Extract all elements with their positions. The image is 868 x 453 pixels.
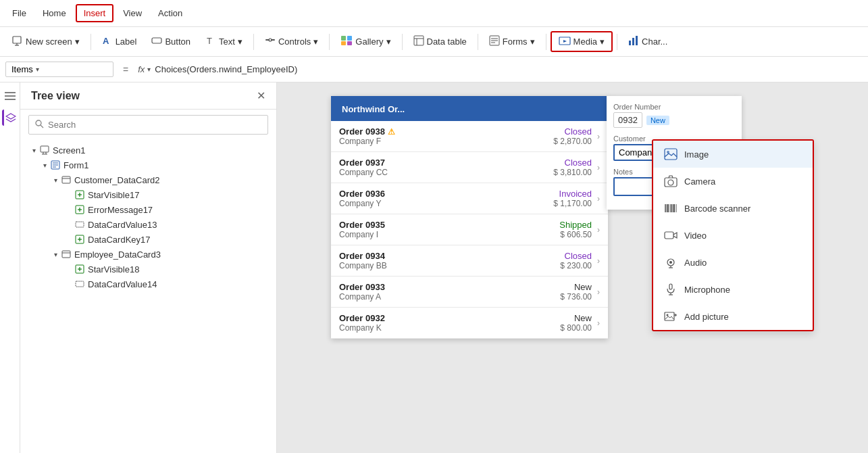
- formula-equals: =: [118, 64, 134, 75]
- collapse-customer-datacard2-icon[interactable]: ▾: [50, 174, 61, 185]
- table-row[interactable]: Order 0935 Company I Shipped $ 606.50 ›: [331, 214, 608, 245]
- order-company-2: Company CC: [339, 168, 553, 177]
- video-icon: [664, 229, 678, 242]
- forms-icon: [489, 35, 500, 48]
- tree-node-datacardvalue14[interactable]: DataCardValue14: [20, 277, 276, 291]
- svg-rect-22: [629, 41, 631, 45]
- order-arrow-icon-3: ›: [597, 194, 600, 204]
- microphone-label: Microphone: [684, 285, 730, 295]
- order-status-5: Closed: [560, 251, 592, 261]
- table-row[interactable]: Order 0933 Company A New $ 736.00 ›: [331, 277, 608, 308]
- collapse-screen1-icon[interactable]: ▾: [28, 145, 39, 156]
- tree-search-box[interactable]: [28, 115, 268, 135]
- separator-5: [478, 34, 478, 50]
- table-row[interactable]: Order 0937 Company CC Closed $ 3,810.00 …: [331, 152, 608, 183]
- spacer-icon: [63, 189, 74, 200]
- order-number-field-label: Order Number: [613, 103, 735, 111]
- svg-text:T: T: [207, 36, 212, 46]
- order-amount-7: $ 800.00: [560, 323, 592, 333]
- dropdown-item-audio[interactable]: Audio: [653, 249, 813, 276]
- fx-label: fx: [138, 64, 145, 74]
- text-chevron-icon: ▾: [238, 37, 242, 47]
- forms-chevron-icon: ▾: [530, 37, 535, 47]
- audio-icon: [664, 256, 678, 269]
- dropdown-item-camera[interactable]: Camera: [653, 168, 813, 195]
- order-number: Order 0938 ⚠: [339, 126, 553, 137]
- forms-button[interactable]: Forms ▾: [482, 32, 542, 51]
- collapse-form1-icon[interactable]: ▾: [39, 160, 50, 170]
- search-input[interactable]: [48, 120, 262, 130]
- new-screen-button[interactable]: New screen ▾: [5, 32, 86, 51]
- menu-view[interactable]: View: [116, 5, 149, 21]
- menu-insert[interactable]: Insert: [76, 4, 114, 22]
- microphone-icon: [664, 283, 678, 296]
- order-arrow-icon-5: ›: [597, 256, 600, 266]
- formula-input[interactable]: [155, 64, 863, 74]
- table-row[interactable]: Order 0938 ⚠ Company F Closed $ 2,870.00…: [331, 121, 608, 152]
- tree-node-screen1[interactable]: ▾ Screen1: [20, 143, 276, 158]
- tree-node-form1[interactable]: ▾ Form1: [20, 158, 276, 172]
- collapse-employee-datacard3-icon[interactable]: ▾: [50, 249, 61, 260]
- svg-point-29: [36, 120, 41, 126]
- barcode-icon: [664, 201, 678, 215]
- tree-node-employee-datacard3[interactable]: ▾ Employee_DataCard3: [20, 247, 276, 262]
- media-chevron-icon: ▾: [600, 37, 605, 47]
- order-number-field: Order Number 0932 New: [613, 103, 735, 128]
- tree-node-datacardkey17[interactable]: DataCardKey17: [20, 232, 276, 247]
- dropdown-item-add-picture[interactable]: Add picture: [653, 303, 813, 330]
- dropdown-item-image[interactable]: Image: [653, 141, 813, 168]
- tree-close-button[interactable]: ✕: [257, 89, 265, 102]
- text-button[interactable]: T Text ▾: [199, 32, 249, 51]
- order-arrow-icon-4: ›: [597, 225, 600, 235]
- gallery-chevron-icon: ▾: [386, 37, 391, 47]
- layers-icon[interactable]: [2, 110, 18, 126]
- gallery-icon: [340, 35, 353, 48]
- table-row[interactable]: Order 0934 Company BB Closed $ 230.00 ›: [331, 245, 608, 277]
- separator-7: [617, 34, 617, 50]
- label-button[interactable]: A Label: [95, 32, 144, 51]
- image-label: Image: [684, 149, 709, 160]
- svg-point-60: [668, 180, 673, 185]
- order-arrow-icon-6: ›: [597, 287, 600, 297]
- media-button[interactable]: Media ▾: [551, 31, 613, 52]
- dropdown-item-microphone[interactable]: Microphone: [653, 276, 813, 303]
- dropdown-item-barcode[interactable]: Barcode scanner: [653, 195, 813, 222]
- dropdown-item-video[interactable]: Video: [653, 222, 813, 249]
- gallery-button[interactable]: Gallery ▾: [334, 32, 397, 51]
- spacer5-icon: [63, 264, 74, 275]
- svg-point-71: [669, 261, 672, 264]
- data-table-button[interactable]: Data table: [407, 32, 474, 51]
- svg-marker-21: [563, 40, 567, 43]
- app-header: Northwind Or...: [331, 96, 608, 121]
- controls-button[interactable]: Controls ▾: [258, 32, 325, 51]
- svg-rect-31: [41, 146, 49, 152]
- tree-node-customer-datacard2[interactable]: ▾ Customer_DataCard2: [20, 172, 276, 187]
- tree-node-starvisible18[interactable]: StarVisible18: [20, 262, 276, 277]
- order-info-2: Order 0937 Company CC: [339, 158, 553, 177]
- menu-action[interactable]: Action: [151, 5, 189, 21]
- spacer6-icon: [63, 279, 74, 289]
- employee-datacard3-label: Employee_DataCard3: [74, 249, 161, 260]
- search-icon: [34, 119, 44, 130]
- order-number-2: Order 0937: [339, 158, 553, 168]
- table-row[interactable]: Order 0936 Company Y Invoiced $ 1,170.00…: [331, 183, 608, 214]
- tree-node-datacardvalue13[interactable]: DataCardValue13: [20, 217, 276, 232]
- toolbar: New screen ▾ A Label Button T Text ▾ Con…: [0, 27, 868, 57]
- order-amount-2: $ 3,810.00: [553, 168, 592, 177]
- formula-dropdown[interactable]: Items ▾: [5, 62, 113, 77]
- tree-node-errormessage17[interactable]: ErrorMessage17: [20, 202, 276, 217]
- svg-rect-11: [341, 41, 346, 45]
- menu-file[interactable]: File: [5, 5, 33, 21]
- menu-home[interactable]: Home: [36, 5, 73, 21]
- chart-button[interactable]: Char...: [621, 32, 674, 51]
- field-icon-1: [74, 219, 85, 230]
- hamburger-icon[interactable]: [2, 88, 18, 104]
- button-button[interactable]: Button: [145, 32, 197, 51]
- table-row[interactable]: Order 0932 Company K New $ 800.00 ›: [331, 308, 608, 339]
- label-icon: A: [102, 35, 113, 48]
- form-icon: [50, 160, 61, 170]
- datacard-icon-2: [61, 249, 72, 260]
- data-table-icon: [413, 35, 424, 48]
- tree-node-starvisible17[interactable]: StarVisible17: [20, 187, 276, 202]
- order-company-4: Company I: [339, 230, 559, 239]
